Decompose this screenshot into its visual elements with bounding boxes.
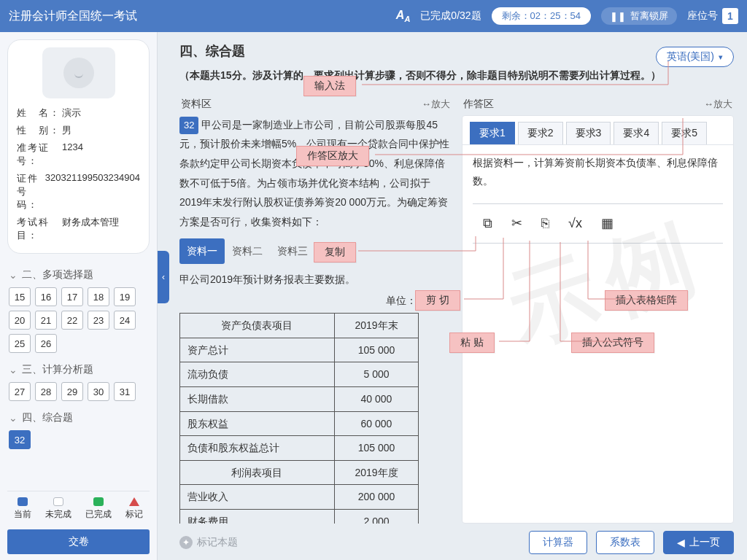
section-desc: （本题共15分。涉及计算的，要求列出计算步骤，否则不得分，除非题目特别说明不需要… xyxy=(179,67,734,85)
table-row: 长期借款40 000 xyxy=(180,387,419,412)
material-expand[interactable]: ↔放大 xyxy=(422,98,450,111)
pause-icon: ❚❚ xyxy=(610,11,626,22)
profile-row: 准考证号：1234 xyxy=(17,139,140,170)
answer-prompt: 根据资料一，计算筹资前长期资本负债率、利息保障倍数。 xyxy=(473,154,723,190)
question-box[interactable]: 20 xyxy=(9,311,31,330)
material-text: 甲公司是一家制造业上市公司，目前公司股票每股45元，预计股价未来增幅5%。公司现… xyxy=(179,119,449,228)
section-title: 四、综合题 xyxy=(179,42,734,60)
question-grid: 32 xyxy=(7,430,150,452)
question-box[interactable]: 17 xyxy=(61,287,83,306)
question-grid: 2728293031 xyxy=(7,382,150,404)
prev-page-button[interactable]: ◀上一页 xyxy=(663,531,734,554)
answer-tab[interactable]: 要求2 xyxy=(518,122,563,144)
profile-card: 姓 名：演示性 别：男准考证号：1234证件号码：320321199503234… xyxy=(7,39,150,254)
table-icon[interactable]: ▦ xyxy=(601,211,614,235)
callout-input-method: 输入法 xyxy=(303,76,356,96)
seat-info: 座位号1 xyxy=(687,8,738,24)
app-header: 注册会计师全国统一考试 AA 已完成0/32题 剩余：02：25：54 ❚❚暂离… xyxy=(0,0,747,32)
profile-row: 考试科目：财务成本管理 xyxy=(17,214,140,244)
copy-icon[interactable]: ⧉ xyxy=(483,211,492,235)
submit-button[interactable]: 交卷 xyxy=(7,529,150,554)
table-row: 负债和股东权益总计105 000 xyxy=(180,436,419,461)
table-row: 财务费用2 000 xyxy=(180,509,419,524)
legend: 当前 未完成 已完成 标记 xyxy=(7,491,150,525)
table-row: 资产总计105 000 xyxy=(180,338,419,362)
material-tab[interactable]: 资料一 xyxy=(179,238,225,264)
avatar xyxy=(42,47,115,98)
cut-icon[interactable]: ✂ xyxy=(511,211,522,235)
question-number: 32 xyxy=(179,117,198,135)
table-row: 股东权益60 000 xyxy=(180,411,419,436)
font-size-icon[interactable]: AA xyxy=(396,9,411,23)
chevron-down-icon xyxy=(9,412,18,424)
bookmark-icon: ✦ xyxy=(179,536,193,549)
answer-tab[interactable]: 要求5 xyxy=(662,122,707,144)
profile-row: 性 别：男 xyxy=(17,122,140,139)
question-box[interactable]: 32 xyxy=(9,430,31,449)
sidebar: 姓 名：演示性 别：男准考证号：1234证件号码：320321199503234… xyxy=(0,32,158,560)
editor-toolbar: ⧉ ✂ ⎘ √x ▦ xyxy=(473,203,723,243)
timer-pill: 剩余：02：25：54 xyxy=(492,7,591,25)
progress-text: 已完成0/32题 xyxy=(420,9,481,23)
footer-bar: ✦标记本题 计算器 系数表 ◀上一页 xyxy=(179,524,734,554)
question-box[interactable]: 24 xyxy=(114,311,136,330)
question-box[interactable]: 22 xyxy=(61,311,83,330)
question-box[interactable]: 25 xyxy=(9,334,31,353)
answer-expand[interactable]: ↔放大 xyxy=(704,98,732,111)
coefficient-button[interactable]: 系数表 xyxy=(596,531,654,554)
profile-row: 证件号码：320321199503234904 xyxy=(17,170,140,214)
question-box[interactable]: 23 xyxy=(88,311,109,330)
question-box[interactable]: 30 xyxy=(88,382,109,401)
answer-pane-wrapper: 作答区 ↔放大 要求1要求2要求3要求4要求5 根据资料一，计算筹资前长期资本负… xyxy=(462,95,734,524)
balance-table: 资产负债表项目2019年末资产总计105 000流动负债5 000长期借款40 … xyxy=(179,313,419,524)
answer-tab[interactable]: 要求1 xyxy=(470,122,515,144)
callout-table: 插入表格矩阵 xyxy=(605,290,688,311)
callout-copy: 复制 xyxy=(314,242,356,262)
question-box[interactable]: 31 xyxy=(114,382,136,401)
answer-head: 作答区 xyxy=(463,98,494,111)
table-row: 流动负债5 000 xyxy=(180,362,419,387)
chevron-left-icon: ◀ xyxy=(677,537,685,548)
material-tab[interactable]: 资料三 xyxy=(270,238,315,264)
question-box[interactable]: 29 xyxy=(61,382,83,401)
collapse-handle[interactable]: ‹ xyxy=(158,251,169,303)
chevron-down-icon xyxy=(9,269,18,281)
table-row: 营业收入200 000 xyxy=(180,485,419,510)
chevron-down-icon xyxy=(9,364,18,376)
question-box[interactable]: 28 xyxy=(35,382,57,401)
callout-paste: 粘 贴 xyxy=(449,332,495,353)
profile-row: 姓 名：演示 xyxy=(17,104,140,122)
question-box[interactable]: 15 xyxy=(9,287,31,306)
answer-tab[interactable]: 要求4 xyxy=(614,122,659,144)
mark-question[interactable]: ✦标记本题 xyxy=(179,536,238,549)
question-box[interactable]: 27 xyxy=(9,382,31,401)
app-title: 注册会计师全国统一考试 xyxy=(9,9,396,24)
calculator-button[interactable]: 计算器 xyxy=(529,531,587,554)
callout-formula: 插入公式符号 xyxy=(571,332,654,353)
question-box[interactable]: 26 xyxy=(35,334,57,353)
question-box[interactable]: 18 xyxy=(88,287,109,306)
question-box[interactable]: 16 xyxy=(35,287,57,306)
nav-section-head[interactable]: 三、计算分析题 xyxy=(7,356,150,382)
question-grid: 151617181920212223242526 xyxy=(7,287,150,356)
nav-section-head[interactable]: 二、多项选择题 xyxy=(7,261,150,287)
material-subline: 甲公司2019年预计财务报表主要数据。 xyxy=(179,270,452,289)
answer-tab[interactable]: 要求3 xyxy=(566,122,611,144)
paste-icon[interactable]: ⎘ xyxy=(541,211,549,235)
lock-button[interactable]: ❚❚暂离锁屏 xyxy=(601,7,677,25)
main-area: ‹ 英语(美国) 四、综合题 （本题共15分。涉及计算的，要求列出计算步骤，否则… xyxy=(158,32,747,560)
nav-section-head[interactable]: 四、综合题 xyxy=(7,404,150,430)
formula-icon[interactable]: √x xyxy=(568,211,582,235)
ime-language-select[interactable]: 英语(美国) xyxy=(656,47,734,67)
material-tab[interactable]: 资料二 xyxy=(225,238,270,264)
question-box[interactable]: 19 xyxy=(114,287,136,306)
material-head: 资料区 xyxy=(181,98,212,111)
unit-label: 单位：万元 xyxy=(179,291,452,311)
callout-answer-expand: 作答区放大 xyxy=(296,146,369,166)
question-box[interactable]: 21 xyxy=(35,311,57,330)
callout-cut: 剪 切 xyxy=(415,290,460,311)
